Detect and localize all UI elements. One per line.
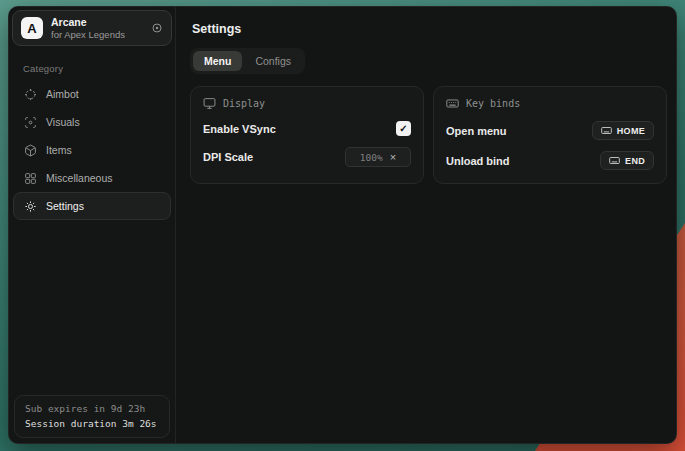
- vsync-checkbox[interactable]: ✓: [396, 121, 411, 136]
- brand-text: Arcane for Apex Legends: [51, 16, 143, 40]
- avatar: A: [21, 17, 43, 39]
- sidebar-item-miscellaneous[interactable]: Miscellaneous: [13, 164, 171, 192]
- sub-expiry-text: Sub expires in 9d 23h: [25, 403, 159, 414]
- sidebar-item-label: Miscellaneous: [46, 172, 113, 184]
- tabbar: Menu Configs: [190, 48, 305, 74]
- keybind-value: HOME: [617, 126, 645, 136]
- brand-title: Arcane: [51, 16, 143, 28]
- display-card: Display Enable VSync ✓ DPI Scale 100% ×: [190, 86, 424, 184]
- session-card: Sub expires in 9d 23h Session duration 3…: [14, 395, 170, 438]
- target-icon[interactable]: [151, 22, 163, 34]
- setting-row-dpi-scale: DPI Scale 100% ×: [203, 147, 411, 167]
- setting-row-vsync: Enable VSync ✓: [203, 121, 411, 136]
- tab-menu[interactable]: Menu: [193, 51, 242, 71]
- brand-subtitle: for Apex Legends: [51, 29, 143, 40]
- sidebar-item-aimbot[interactable]: Aimbot: [13, 80, 171, 108]
- sidebar-item-label: Settings: [46, 200, 84, 212]
- sidebar-item-items[interactable]: Items: [13, 136, 171, 164]
- tab-configs[interactable]: Configs: [244, 51, 302, 71]
- display-card-title: Display: [223, 98, 265, 109]
- sidebar-item-visuals[interactable]: Visuals: [13, 108, 171, 136]
- sidebar-nav: Aimbot Visuals Items: [9, 80, 175, 220]
- dpi-scale-value: 100%: [360, 152, 383, 163]
- sidebar: A Arcane for Apex Legends Category: [9, 7, 176, 443]
- grid-icon: [24, 172, 37, 185]
- sidebar-item-label: Visuals: [46, 116, 80, 128]
- brand-card: A Arcane for Apex Legends: [12, 10, 172, 46]
- gear-icon: [24, 200, 37, 213]
- keyboard-icon: [601, 125, 612, 136]
- clear-icon[interactable]: ×: [390, 152, 396, 163]
- unload-keybind-button[interactable]: END: [600, 151, 654, 170]
- sidebar-item-settings[interactable]: Settings: [13, 192, 171, 220]
- sidebar-footer: Sub expires in 9d 23h Session duration 3…: [9, 395, 175, 443]
- keybinds-card: Key binds Open menu HOME: [433, 86, 667, 184]
- setting-row-open-menu: Open menu HOME: [446, 121, 654, 140]
- monitor-icon: [203, 97, 216, 110]
- setting-label: DPI Scale: [203, 151, 253, 163]
- display-card-header: Display: [203, 97, 411, 110]
- dpi-scale-input[interactable]: 100% ×: [345, 147, 411, 167]
- keybinds-card-header: Key binds: [446, 97, 654, 110]
- setting-label: Unload bind: [446, 155, 510, 167]
- setting-label: Open menu: [446, 125, 507, 137]
- app-window: A Arcane for Apex Legends Category: [8, 6, 677, 444]
- keybinds-card-title: Key binds: [466, 98, 520, 109]
- setting-label: Enable VSync: [203, 123, 276, 135]
- sidebar-item-label: Aimbot: [46, 88, 79, 100]
- page-title: Settings: [192, 22, 667, 36]
- open-menu-keybind-button[interactable]: HOME: [592, 121, 654, 140]
- session-duration-text: Session duration 3m 26s: [25, 418, 159, 429]
- settings-cards: Display Enable VSync ✓ DPI Scale 100% ×: [190, 86, 667, 184]
- keybind-value: END: [625, 156, 645, 166]
- keyboard-icon: [609, 155, 620, 166]
- sidebar-item-label: Items: [46, 144, 72, 156]
- package-icon: [24, 144, 37, 157]
- setting-row-unload-bind: Unload bind END: [446, 151, 654, 170]
- keyboard-icon: [446, 97, 459, 110]
- crosshair-icon: [24, 88, 37, 101]
- category-label: Category: [23, 63, 175, 74]
- main-panel: Settings Menu Configs Display: [176, 7, 677, 443]
- scan-eye-icon: [24, 116, 37, 129]
